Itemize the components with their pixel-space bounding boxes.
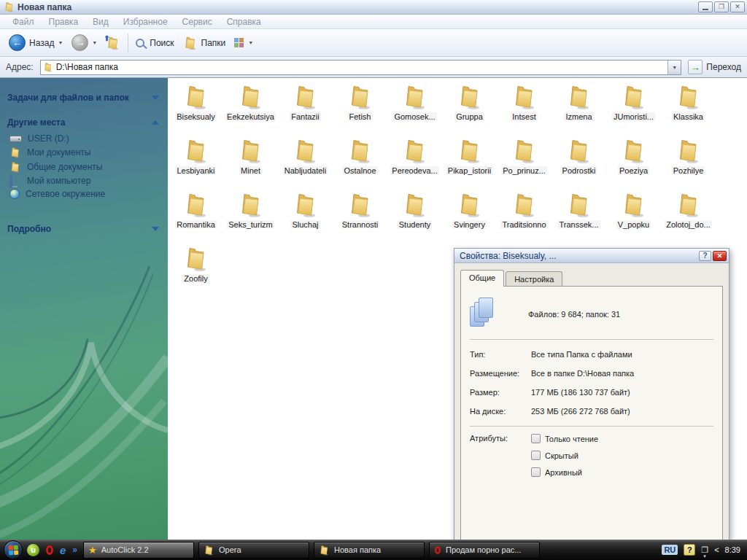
folder-item[interactable]: V_popku xyxy=(606,190,661,244)
address-dropdown-button[interactable]: ▼ xyxy=(667,61,681,74)
folder-item[interactable]: Zoofily xyxy=(169,244,223,298)
folder-item[interactable]: Gruppa xyxy=(442,82,497,136)
section-other-places[interactable]: Другие места xyxy=(0,114,168,131)
folder-label: V_popku xyxy=(616,220,651,229)
sidebar-place-4[interactable]: Сетевое окружение xyxy=(0,187,168,201)
sidebar-place-2[interactable]: Общие документы xyxy=(0,160,168,174)
menu-item-1[interactable]: Правка xyxy=(42,15,85,28)
folder-item[interactable]: Nabljudateli xyxy=(278,136,333,190)
folder-item[interactable]: Traditsionno xyxy=(497,190,551,244)
taskbar-button-0[interactable]: ★AutoClick 2.2 xyxy=(83,542,194,559)
address-label: Адрес: xyxy=(3,62,36,72)
folder-item[interactable]: Izmena xyxy=(551,82,606,136)
dialog-close-button[interactable]: ✕ xyxy=(713,251,727,261)
folder-item[interactable]: Po_prinuz... xyxy=(497,136,551,190)
language-indicator[interactable]: RU xyxy=(662,545,678,555)
sidebar-place-1[interactable]: Мои документы xyxy=(0,145,168,160)
section-file-tasks[interactable]: Задачи для файлов и папок xyxy=(0,90,168,106)
folder-icon xyxy=(9,147,21,158)
folder-item[interactable]: Romantika xyxy=(169,190,223,244)
restore-button[interactable]: ❐ xyxy=(714,1,729,12)
back-button[interactable]: ← Назад ▼ xyxy=(4,32,67,53)
start-button[interactable] xyxy=(4,540,23,559)
folders-button[interactable]: Папки xyxy=(179,34,231,52)
go-arrow-icon: → xyxy=(688,60,703,74)
views-button[interactable]: ▼ xyxy=(230,36,258,50)
opera-icon[interactable] xyxy=(46,545,53,555)
folder-icon xyxy=(347,137,374,165)
folder-item[interactable]: Klassika xyxy=(661,82,716,136)
folder-icon xyxy=(293,191,319,219)
section-details[interactable]: Подробно xyxy=(0,221,168,237)
folder-label: Poeziya xyxy=(618,166,649,175)
folder-item[interactable]: Gomosek... xyxy=(387,82,442,136)
tab-general[interactable]: Общие xyxy=(460,270,504,287)
folder-item[interactable]: Sluchaj xyxy=(278,190,333,244)
internet-explorer-icon[interactable]: e xyxy=(60,545,66,556)
folder-item[interactable]: Fantazii xyxy=(278,82,333,136)
checkbox[interactable] xyxy=(531,467,541,477)
folder-item[interactable]: Fetish xyxy=(333,82,387,136)
folder-icon xyxy=(566,191,592,219)
folder-icon xyxy=(676,83,702,111)
folder-item[interactable]: Transsek... xyxy=(551,190,606,244)
folder-item[interactable]: Pereodeva... xyxy=(387,136,442,190)
folder-icon xyxy=(183,137,209,165)
folder-label: Podrostki xyxy=(561,166,597,175)
views-dropdown-icon[interactable]: ▼ xyxy=(248,40,253,45)
folder-item[interactable]: Lesbiyanki xyxy=(169,136,223,190)
menu-item-0[interactable]: Файл xyxy=(6,15,41,28)
folder-item[interactable]: Minet xyxy=(223,136,278,190)
menu-item-4[interactable]: Сервис xyxy=(176,15,219,28)
dialog-tabs: Общие Настройка xyxy=(454,264,729,287)
taskbar-button-3[interactable]: Продам порно рас... xyxy=(429,542,540,559)
folder-item[interactable]: JUmoristi... xyxy=(606,82,661,136)
folder-item[interactable]: Pozhilye xyxy=(661,136,716,190)
folder-icon xyxy=(238,137,264,165)
taskbar-button-label: Новая папка xyxy=(334,545,381,554)
taskbar-button-1[interactable]: Opera xyxy=(198,542,309,559)
back-dropdown-icon[interactable]: ▼ xyxy=(58,40,63,45)
checkbox[interactable] xyxy=(531,451,541,460)
folder-item[interactable]: Seks_turizm xyxy=(223,190,278,244)
folder-item[interactable]: Intsest xyxy=(497,82,551,136)
dialog-help-button[interactable]: ? xyxy=(699,251,711,261)
folder-item[interactable]: Zolotoj_do... xyxy=(661,190,716,244)
checkbox[interactable] xyxy=(531,434,541,443)
forward-button[interactable]: → ▼ xyxy=(67,32,101,53)
menu-item-3[interactable]: Избранное xyxy=(117,15,174,28)
folder-item[interactable]: Svingery xyxy=(442,190,497,244)
folder-item[interactable]: Poeziya xyxy=(606,136,661,190)
menu-item-2[interactable]: Вид xyxy=(86,15,115,28)
sidebar-place-0[interactable]: USER (D:) xyxy=(0,132,168,145)
tray-collapse-icon[interactable]: < xyxy=(714,545,719,554)
folder-item[interactable]: Biseksualy xyxy=(169,82,223,136)
address-value[interactable]: D:\Новая папка xyxy=(56,62,668,72)
close-button[interactable]: ✕ xyxy=(730,1,745,12)
dialog-titlebar[interactable]: Свойства: Biseksualy, ... ? ✕ xyxy=(454,249,729,263)
folder-item[interactable]: Studenty xyxy=(387,190,442,244)
back-icon: ← xyxy=(9,34,26,51)
sidebar-place-3[interactable]: Мой компьютер xyxy=(0,174,168,187)
go-button[interactable]: → Переход xyxy=(685,60,744,74)
attribute-option-2: Архивный xyxy=(531,467,598,477)
menu-item-5[interactable]: Справка xyxy=(220,15,268,28)
folder-item[interactable]: Eekzekutsiya xyxy=(223,82,278,136)
titlebar[interactable]: Новая папка ❐ ✕ xyxy=(0,0,747,15)
quick-launch-overflow-icon[interactable]: » xyxy=(72,545,77,555)
forward-dropdown-icon[interactable]: ▼ xyxy=(92,40,97,45)
folder-item[interactable]: Ostalnoe xyxy=(333,136,387,190)
tray-help-icon[interactable]: ? xyxy=(684,544,695,556)
search-button[interactable]: Поиск xyxy=(131,36,178,50)
property-value: 177 МБ (186 130 737 байт) xyxy=(531,388,630,397)
utorrent-icon[interactable]: u xyxy=(27,544,39,556)
taskbar-button-2[interactable]: Новая папка xyxy=(314,542,425,559)
up-button[interactable]: ⬆ xyxy=(101,34,125,52)
address-input[interactable]: D:\Новая папка ▼ xyxy=(40,60,682,75)
minimize-button[interactable] xyxy=(698,1,713,12)
folder-item[interactable]: Pikap_istorii xyxy=(442,136,497,190)
folder-item[interactable]: Strannosti xyxy=(333,190,387,244)
tray-window-icon[interactable]: ❐ xyxy=(701,546,708,554)
folder-item[interactable]: Podrostki xyxy=(551,136,606,190)
dialog-summary: Файлов: 9 684; папок: 31 xyxy=(528,310,620,319)
